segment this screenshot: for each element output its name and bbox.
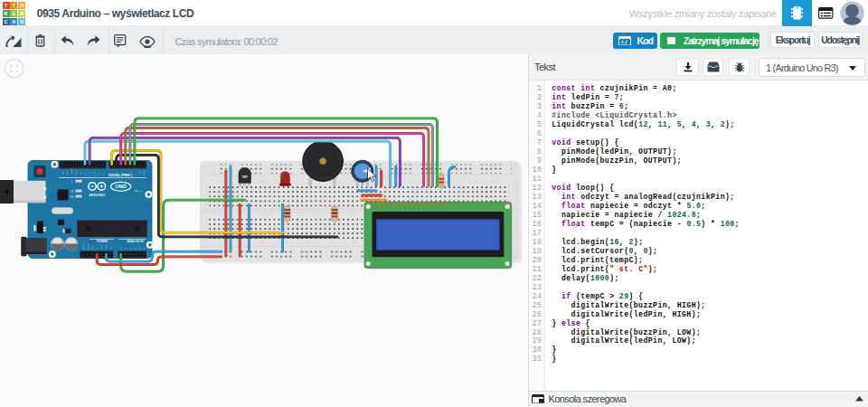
svg-text:h: h [206,225,208,229]
svg-text:1: 1 [220,241,222,244]
svg-text:3.3V: 3.3V [91,244,94,249]
svg-text:DIGITAL (PWM~): DIGITAL (PWM~) [108,174,132,177]
svg-text:Vin: Vin [109,246,112,250]
svg-text:e: e [516,203,518,206]
svg-text:55: 55 [468,179,472,183]
svg-text:TX: TX [71,189,74,193]
svg-text:RX0: RX0 [143,169,146,174]
svg-text:GND: GND [75,169,78,175]
svg-text:a: a [206,185,208,188]
svg-text:b: b [206,189,208,193]
svg-text:SCL: SCL [61,169,64,174]
svg-text:60: 60 [491,179,495,183]
svg-text:25: 25 [330,241,334,244]
svg-text:a: a [516,185,518,188]
svg-text:POWER: POWER [97,239,108,242]
svg-text:j: j [515,235,517,239]
svg-text:RESET: RESET [87,241,90,250]
svg-text:ON: ON [138,190,142,193]
svg-text:g: g [516,221,518,224]
svg-text:b: b [516,189,518,193]
svg-text:GND: GND [105,244,108,250]
svg-text:UNO: UNO [115,184,127,189]
svg-text:IOREF: IOREF [82,242,85,250]
svg-text:h: h [516,225,518,229]
svg-text:30: 30 [353,241,356,244]
svg-text:ARDUINO: ARDUINO [89,193,105,196]
svg-text:ANALOG IN: ANALOG IN [127,239,145,242]
svg-text:GND: GND [100,244,103,250]
svg-text:SDA: SDA [66,169,69,174]
svg-text:e: e [206,203,208,206]
svg-text:RX: RX [71,194,74,198]
svg-text:10: 10 [260,179,264,183]
svg-text:f: f [516,216,517,220]
svg-text:f: f [207,216,208,220]
svg-text:g: g [206,221,208,224]
svg-text:20: 20 [307,241,310,244]
svg-text:TX1: TX1 [138,170,141,175]
svg-text:5V: 5V [96,246,99,249]
svg-text:~10: ~10 [93,170,96,175]
svg-text:d: d [516,198,518,202]
svg-text:10: 10 [260,241,264,244]
svg-text:~11: ~11 [89,170,91,175]
svg-text:1: 1 [220,179,222,183]
svg-text:15: 15 [284,241,288,244]
svg-text:TMP: TMP [242,175,248,178]
svg-text:AREF: AREF [71,168,73,175]
